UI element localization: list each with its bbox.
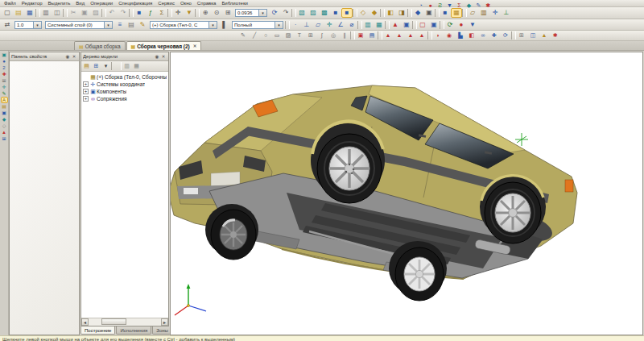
help-mode-icon[interactable]: ▼	[467, 20, 478, 30]
measure-icon[interactable]: ▥	[362, 20, 374, 30]
scroll-right-icon[interactable]: ►	[161, 318, 168, 326]
tree-item-components[interactable]: + ▣ Компоненты	[82, 88, 168, 95]
array2-icon[interactable]: ⊞	[1, 135, 8, 142]
rotate-component-icon[interactable]: ⟳	[500, 31, 511, 40]
pen-style-icon[interactable]: ✎	[137, 20, 148, 30]
component-info-icon[interactable]: ▣	[401, 20, 412, 30]
tree-item-coordinate-systems[interactable]: + ✛ Системы координат	[82, 81, 168, 88]
diameter-tool-icon[interactable]: ⌀	[346, 20, 357, 30]
snap-settings-icon[interactable]: ✛	[172, 8, 184, 18]
variables-icon[interactable]: ƒ	[145, 8, 156, 18]
section-view-icon[interactable]: ◧	[385, 8, 396, 18]
shaded-view-icon[interactable]: ■	[330, 8, 341, 18]
tree-item-assembly-root[interactable]: + ▦ (+) Сборка (Тел-0, Сборочны	[82, 73, 168, 81]
library-manager-icon[interactable]: ◔	[416, 2, 425, 10]
redo-icon[interactable]: ↷	[118, 8, 129, 18]
library-spring-icon[interactable]: Ƨ	[436, 2, 444, 10]
tree-parameters-icon[interactable]: ▦	[132, 62, 141, 70]
orientation-top-icon[interactable]: ▨	[308, 8, 319, 18]
mirror-icon[interactable]: ◫	[527, 31, 539, 40]
check-collisions-icon[interactable]: ▲	[390, 20, 401, 30]
menu-service[interactable]: Сервис	[158, 1, 175, 6]
menu-window[interactable]: Окно	[180, 1, 192, 6]
rotate-view-icon[interactable]: ↷	[280, 8, 291, 18]
undo-icon[interactable]: ↶	[106, 8, 118, 18]
line-icon[interactable]: ╱	[249, 31, 260, 40]
hole-icon[interactable]: ◉	[444, 31, 455, 40]
scrollbar-thumb[interactable]	[101, 318, 126, 325]
tree-filter-icon[interactable]: ▤	[82, 62, 91, 70]
new-part-icon[interactable]: ▢	[417, 20, 428, 30]
current-scale-icon[interactable]: ⇄	[2, 20, 13, 30]
library-materials-icon[interactable]: ◆	[464, 2, 473, 10]
close-icon[interactable]: ✕	[71, 54, 77, 59]
shaded-edges-view-icon[interactable]: ■	[341, 8, 353, 18]
close-icon[interactable]: ✕	[160, 54, 167, 59]
hidden-lines-view-icon[interactable]: ◆	[369, 8, 380, 18]
new-assembly-icon[interactable]: ▣	[428, 20, 440, 30]
macro-icon[interactable]: Σ	[156, 8, 167, 18]
tree-dropdown-arrow-icon[interactable]: ▾	[101, 62, 110, 70]
copy-icon[interactable]: ▣	[79, 8, 90, 18]
library-shaft-icon[interactable]: ●	[426, 2, 435, 10]
rib-icon[interactable]: ▙	[455, 31, 466, 40]
detail-level-combo[interactable]: Полный ▾	[232, 21, 283, 29]
pin-icon[interactable]: ◉	[64, 54, 71, 59]
zoom-value-combo[interactable]: 0.0936 ▾	[235, 9, 267, 17]
layer-combo[interactable]: Системный слой (0) ▾	[45, 21, 113, 29]
hide-dimensions-icon[interactable]: ⊥	[501, 8, 512, 18]
expand-icon[interactable]: +	[83, 81, 89, 87]
stop-icon[interactable]: ●	[456, 20, 467, 30]
library-import-icon[interactable]: ▼	[445, 2, 454, 10]
plane-tool-icon[interactable]: ▱	[312, 20, 324, 30]
tree-item-mates[interactable]: + ∞ Сопряжения	[82, 95, 168, 102]
refresh-view-icon[interactable]: ⟳	[269, 8, 280, 18]
wheel-front-right[interactable]	[389, 241, 447, 301]
library-report-icon[interactable]: Σ	[455, 2, 464, 10]
cut-extrude-icon[interactable]: ▲	[394, 31, 405, 40]
add-from-file-icon[interactable]: ▤	[366, 31, 378, 40]
angle-tool-icon[interactable]: ∠	[335, 20, 346, 30]
expand-icon[interactable]: +	[83, 96, 89, 102]
tab-draft-assembly[interactable]: ▤ Сборка черновая (2) ✕	[126, 41, 202, 50]
ellipse-icon[interactable]: ◎	[328, 31, 339, 40]
btab-versions[interactable]: Исполнения	[116, 326, 151, 335]
explode-icon[interactable]: ✱	[550, 31, 561, 40]
tab-close-icon[interactable]: ✕	[193, 44, 197, 48]
document-manager-icon[interactable]: ■	[134, 8, 145, 18]
revolve-icon[interactable]: ▲	[405, 31, 416, 40]
print-preview-icon[interactable]: ◫	[52, 8, 63, 18]
selection-filter-icon[interactable]: ▼	[184, 8, 195, 18]
spline-icon[interactable]: ∫	[316, 31, 328, 40]
circle-icon[interactable]: ○	[260, 31, 271, 40]
offset-icon[interactable]: ∥	[339, 31, 350, 40]
shell-icon[interactable]: ◧	[466, 31, 477, 40]
sketch-icon[interactable]: ✎	[237, 31, 249, 40]
menu-help[interactable]: Справка	[197, 1, 217, 6]
menu-view[interactable]: Вид	[76, 1, 85, 6]
axis-tool-icon[interactable]: ⊥	[301, 20, 312, 30]
zoom-combo-arrow-icon[interactable]: ▾	[258, 10, 266, 16]
part-combo-arrow-icon[interactable]: ▾	[208, 22, 217, 28]
print-icon[interactable]: ▥	[40, 8, 52, 18]
add-component-icon[interactable]: ▣	[355, 31, 366, 40]
menu-specification[interactable]: Спецификация	[118, 1, 152, 6]
orientation-front-icon[interactable]: ▧	[296, 8, 308, 18]
detail-combo-arrow-icon[interactable]: ▾	[275, 22, 283, 28]
wheel-rear-right[interactable]	[205, 204, 258, 260]
menu-file[interactable]: Файл	[4, 1, 16, 6]
hatch-icon[interactable]: ▨	[283, 31, 294, 40]
loft-icon[interactable]: ▲	[416, 31, 427, 40]
sketch-cs-marker[interactable]	[515, 133, 528, 146]
model-viewport[interactable]	[170, 52, 643, 335]
library-settings-icon[interactable]: ✱	[484, 2, 493, 10]
layer-combo-arrow-icon[interactable]: ▾	[104, 22, 112, 28]
tree-horizontal-scrollbar[interactable]: ◄ ►	[81, 318, 168, 326]
mate-icon[interactable]: ∞	[477, 31, 489, 40]
library-edit-icon[interactable]: ✎	[474, 2, 483, 10]
scale-combo[interactable]: 1.0 ▾	[14, 21, 42, 29]
current-part-combo[interactable]: (+) Сборка (Тел-0, С ▾	[150, 21, 217, 29]
open-document-icon[interactable]: ▤	[13, 8, 24, 18]
text-icon[interactable]: Т	[294, 31, 305, 40]
zoom-in-icon[interactable]: ⊕	[200, 8, 211, 18]
